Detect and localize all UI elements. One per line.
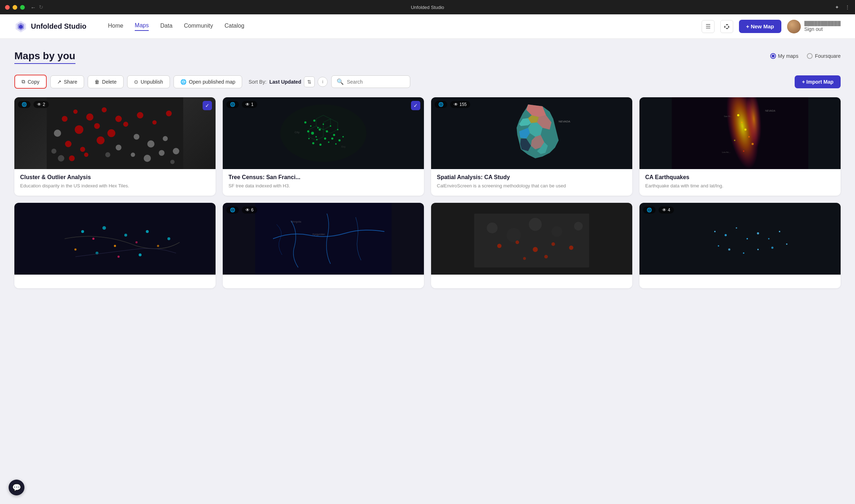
map-2-badges: 🌐 👁 1 — [226, 101, 257, 108]
map-1-title: Cluster & Outlier Analysis — [20, 174, 210, 181]
map-1-check: ✓ — [203, 101, 212, 110]
eye-icon-8: 👁 — [662, 207, 666, 213]
svg-text:NEVADA: NEVADA — [765, 109, 776, 112]
map-6-views: 6 — [251, 207, 254, 213]
map-thumb-5 — [14, 203, 216, 275]
nav-home[interactable]: Home — [108, 23, 123, 31]
svg-point-116 — [714, 231, 716, 232]
map-6-globe-badge: 🌐 — [226, 206, 239, 214]
svg-point-58 — [338, 139, 341, 141]
globe-icon-8: 🌐 — [647, 207, 652, 213]
globe-icon: 🌐 — [180, 79, 186, 85]
user-menu[interactable]: ███████████ Sign out — [787, 20, 841, 33]
svg-point-46 — [311, 132, 314, 135]
search-icon: 🔍 — [337, 78, 344, 85]
svg-point-63 — [319, 144, 322, 146]
map-card-7[interactable] — [431, 203, 632, 288]
menu-icon: ⋮ — [845, 4, 850, 10]
svg-rect-84 — [47, 203, 183, 275]
svg-point-90 — [135, 241, 138, 243]
main-content: Maps by you My maps Foursquare ⧉ Copy ↗ … — [0, 39, 855, 300]
info-button[interactable]: i — [318, 77, 328, 87]
map-card-3[interactable]: NEVADA 🌐 👁 155 Spatial Analysis: CA Stud… — [431, 97, 632, 196]
map-thumb-svg-1 — [14, 97, 216, 169]
new-map-button[interactable]: + New Map — [739, 20, 781, 33]
avatar — [787, 20, 801, 33]
svg-point-109 — [516, 241, 519, 244]
svg-point-119 — [747, 238, 748, 239]
logo-svg — [14, 20, 27, 33]
refresh-icon[interactable]: ↻ — [39, 4, 43, 10]
map-card-8[interactable]: 🌐 👁 4 — [639, 203, 841, 288]
chat-widget[interactable]: 💬 — [9, 480, 24, 495]
close-dot[interactable] — [5, 5, 10, 10]
map-thumb-4: NEVADA San Fr... Los An... — [639, 97, 841, 169]
svg-point-122 — [779, 231, 780, 232]
map-2-desc: SF tree data indexed with H3. — [228, 183, 418, 189]
svg-point-110 — [533, 247, 538, 252]
search-input[interactable] — [347, 79, 404, 85]
titlebar-right-icons: ✦ ⋮ — [835, 4, 850, 10]
back-icon[interactable]: ← — [31, 4, 36, 10]
share-icon: ↗ — [57, 79, 61, 85]
slack-icon-btn[interactable] — [720, 20, 733, 33]
map-card-2[interactable]: City Bay 🌐 👁 1 ✓ Tree Census: San Franci… — [223, 97, 424, 196]
minimize-dot[interactable] — [13, 5, 17, 10]
docs-icon-btn[interactable]: ☰ — [702, 20, 715, 33]
logo[interactable]: Unfolded Studio — [14, 20, 86, 33]
svg-point-124 — [728, 248, 730, 251]
sort-value: Last Updated — [269, 79, 301, 85]
map-thumb-1: 🌐 👁 2 ✓ — [14, 97, 216, 169]
radio-my-maps[interactable]: My maps — [770, 53, 799, 59]
svg-point-80 — [734, 140, 735, 141]
puzzle-icon: ✦ — [835, 4, 839, 10]
nav-community[interactable]: Community — [184, 23, 213, 31]
toolbar: ⧉ Copy ↗ Share 🗑 Delete ⊙ Unpublish 🌐 Op… — [14, 75, 841, 89]
nav-data[interactable]: Data — [160, 23, 172, 31]
svg-point-94 — [117, 256, 120, 258]
map-3-info: Spatial Analysis: CA Study CalEnviroScre… — [431, 169, 632, 196]
nav-maps[interactable]: Maps — [135, 22, 149, 31]
map-3-title: Spatial Analysis: CA Study — [437, 174, 627, 181]
svg-text:Los An...: Los An... — [722, 151, 731, 153]
window-controls[interactable]: ← ↻ — [5, 4, 43, 10]
svg-point-127 — [771, 247, 773, 249]
svg-point-126 — [757, 249, 759, 250]
map-thumb-svg-2: City Bay — [223, 97, 424, 169]
radio-my-maps-circle — [770, 53, 776, 59]
delete-label: Delete — [102, 79, 116, 85]
svg-point-85 — [81, 230, 84, 233]
nav-catalog[interactable]: Catalog — [225, 23, 244, 31]
svg-point-87 — [102, 226, 106, 230]
open-published-button[interactable]: 🌐 Open published map — [174, 75, 242, 88]
sign-out-link[interactable]: Sign out — [804, 26, 841, 32]
svg-rect-115 — [672, 203, 808, 275]
map-card-6[interactable]: Mongolia Kyrgyzstan 🌐 👁 6 — [223, 203, 424, 288]
svg-point-114 — [544, 255, 548, 258]
radio-foursquare[interactable]: Foursquare — [807, 53, 841, 59]
svg-point-120 — [757, 232, 759, 234]
svg-point-56 — [331, 137, 333, 140]
search-box[interactable]: 🔍 — [331, 75, 410, 88]
svg-point-59 — [342, 136, 344, 137]
map-card-4[interactable]: NEVADA San Fr... Los An... CA Earthquake… — [639, 97, 841, 196]
svg-point-104 — [507, 228, 521, 242]
map-card-5[interactable] — [14, 203, 216, 288]
filter-row: My maps Foursquare — [770, 53, 841, 59]
unpublish-button[interactable]: ⊙ Unpublish — [127, 75, 170, 88]
username: ███████████ — [804, 21, 841, 26]
map-6-badges: 🌐 👁 6 — [226, 206, 257, 214]
page-title: Maps by you — [14, 50, 75, 64]
map-card-1[interactable]: 🌐 👁 2 ✓ Cluster & Outlier Analysis Educa… — [14, 97, 216, 196]
delete-button[interactable]: 🗑 Delete — [88, 75, 123, 88]
map-thumb-svg-3: NEVADA — [431, 97, 632, 169]
import-map-button[interactable]: + Import Map — [795, 75, 841, 88]
share-button[interactable]: ↗ Share — [50, 75, 84, 88]
title-row: Maps by you My maps Foursquare — [14, 50, 841, 66]
maximize-dot[interactable] — [20, 5, 25, 10]
sort-adjust-button[interactable]: ⇅ — [304, 76, 315, 87]
svg-point-43 — [313, 120, 315, 122]
copy-button[interactable]: ⧉ Copy — [14, 75, 47, 89]
map-8-badges: 🌐 👁 4 — [643, 206, 674, 214]
map-thumb-svg-5 — [14, 203, 216, 275]
